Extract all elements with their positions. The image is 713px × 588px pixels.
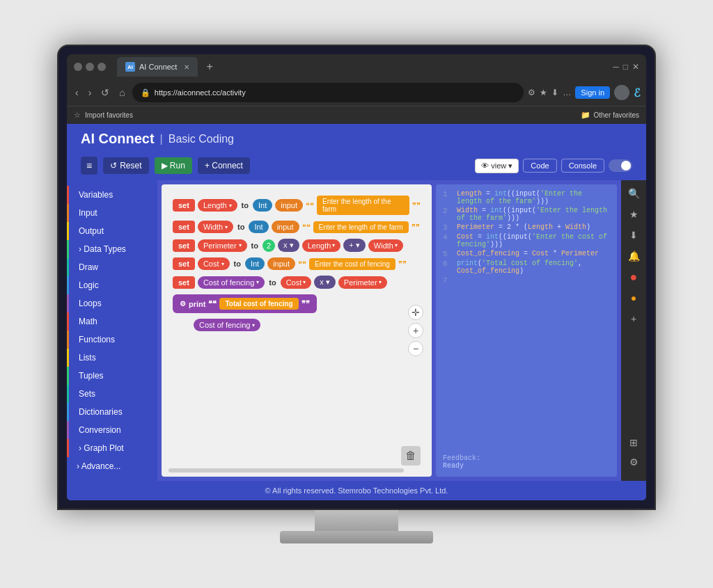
set-label-3: set xyxy=(173,239,195,252)
console-btn[interactable]: Console xyxy=(561,159,604,173)
sign-in-btn[interactable]: Sign in xyxy=(575,86,610,99)
win-maximize[interactable] xyxy=(86,63,94,71)
string-cost: Enter the cost of fencing xyxy=(309,258,395,270)
input-4[interactable]: input xyxy=(267,257,295,270)
sidebar-item-advance[interactable]: › Advance... xyxy=(67,457,157,475)
tab-close-btn[interactable]: ✕ xyxy=(184,63,189,71)
to-3: to xyxy=(250,240,260,251)
hamburger-btn[interactable]: ≡ xyxy=(81,157,97,175)
title-separator: | xyxy=(160,133,163,145)
print-string: Total cost of fencing xyxy=(219,298,298,310)
length-ref[interactable]: Length ▾ xyxy=(302,239,341,252)
var-perimeter[interactable]: Perimeter ▾ xyxy=(198,239,247,252)
right-icon-1[interactable]: 🔍 xyxy=(626,186,641,201)
block-row-3: set Perimeter ▾ to 2 x ▾ Length ▾ + ▾ Wi… xyxy=(173,239,421,252)
right-icon-4[interactable]: 🔔 xyxy=(626,248,641,264)
sidebar-item-draw[interactable]: Draw xyxy=(67,258,157,276)
scrollbar-thumb[interactable] xyxy=(169,468,404,472)
move-btn[interactable]: ✛ xyxy=(408,305,423,320)
extensions-icon[interactable]: ⚙ xyxy=(528,88,535,97)
var-length[interactable]: Length ▾ xyxy=(198,199,237,212)
sidebar-item-conversion[interactable]: Conversion xyxy=(67,421,157,439)
input-2[interactable]: input xyxy=(272,221,299,233)
right-icon-5[interactable]: ● xyxy=(626,269,641,285)
minimize-icon[interactable]: ─ xyxy=(613,62,619,72)
quote-print-open: ❝❝ xyxy=(208,299,217,308)
monitor-screen: AI AI Connect ✕ + ─ □ ✕ ‹ › xyxy=(57,45,656,510)
win-minimize[interactable] xyxy=(74,63,82,71)
right-sidebar: 🔍 ★ ⬇ 🔔 ● ● + ⊞ ⚙ xyxy=(621,180,646,481)
window-controls xyxy=(74,63,106,71)
connect-btn[interactable]: + Connect xyxy=(198,157,250,174)
var-width[interactable]: Width ▾ xyxy=(198,221,233,233)
right-icon-grid[interactable]: ⊞ xyxy=(626,435,641,450)
var-cost-fencing[interactable]: Cost of fencing ▾ xyxy=(198,276,265,289)
restore-icon[interactable]: □ xyxy=(623,62,628,72)
sidebar-item-math[interactable]: Math xyxy=(67,312,157,331)
app-container: AI Connect | Basic Coding ≡ ↺ Reset ▶ Ru… xyxy=(67,124,646,500)
code-line-1: 1 Length = int((input('Enter the length … xyxy=(443,190,610,205)
canvas-controls: ✛ + − xyxy=(408,305,423,356)
sidebar-item-lists[interactable]: Lists xyxy=(67,349,157,367)
favorites-icon[interactable]: ★ xyxy=(540,88,547,97)
perimeter-ref[interactable]: Perimeter ▾ xyxy=(338,276,387,289)
sidebar-item-dicts[interactable]: Dictionaries xyxy=(67,403,157,421)
set-label-4: set xyxy=(173,257,195,270)
tab-title: AI Connect xyxy=(139,63,177,71)
sidebar-item-output[interactable]: Output xyxy=(67,222,157,240)
favorites-folder-icon: 📁 xyxy=(581,111,590,120)
run-btn[interactable]: ▶ Run xyxy=(155,157,192,174)
int-1: Int xyxy=(253,199,272,212)
sidebar-item-tuples[interactable]: Tuples xyxy=(67,367,157,385)
right-icon-7[interactable]: + xyxy=(626,311,641,326)
sidebar-item-datatypes[interactable]: › Data Types xyxy=(67,240,157,258)
view-btn[interactable]: 👁 view ▾ xyxy=(475,159,519,173)
main-area: Variables Input Output › Data Types Draw… xyxy=(67,180,646,481)
sidebar-item-functions[interactable]: Functions xyxy=(67,331,157,349)
home-btn[interactable]: ⌂ xyxy=(116,86,127,100)
win-close[interactable] xyxy=(97,63,106,71)
sidebar-item-loops[interactable]: Loops xyxy=(67,294,157,312)
more-icon[interactable]: … xyxy=(563,88,571,97)
other-favorites[interactable]: Other favorites xyxy=(593,111,639,119)
right-icon-3[interactable]: ⬇ xyxy=(626,228,641,243)
zoom-in-btn[interactable]: + xyxy=(408,323,423,338)
quote-open-2: ❝❝ xyxy=(302,223,311,232)
trash-btn[interactable]: 🗑 xyxy=(401,446,421,466)
address-bar[interactable]: 🔒 https://aiconnect.cc/activity xyxy=(132,83,524,102)
forward-btn[interactable]: › xyxy=(86,86,95,100)
right-icon-settings[interactable]: ⚙ xyxy=(626,454,641,470)
zoom-out-btn[interactable]: − xyxy=(408,341,423,356)
code-line-7: 7 xyxy=(443,276,610,285)
sidebar-item-input[interactable]: Input xyxy=(67,204,157,222)
input-1[interactable]: input xyxy=(275,199,303,212)
var-cost[interactable]: Cost ▾ xyxy=(198,257,230,270)
browser-tab[interactable]: AI AI Connect ✕ xyxy=(117,57,198,77)
refresh-btn[interactable]: ↺ xyxy=(98,86,112,100)
new-tab-btn[interactable]: + xyxy=(206,61,212,73)
import-favorites[interactable]: Import favorites xyxy=(85,111,133,119)
browser-toolbar: ‹ › ↺ ⌂ 🔒 https://aiconnect.cc/activity … xyxy=(67,79,646,106)
cost-fencing-var[interactable]: Cost of fencing ▾ xyxy=(194,319,260,331)
print-block[interactable]: ⚙ print ❝❝ Total cost of fencing ❞❞ xyxy=(173,294,317,313)
back-btn[interactable]: ‹ xyxy=(72,86,81,100)
sidebar-item-sets[interactable]: Sets xyxy=(67,385,157,403)
browser: AI AI Connect ✕ + ─ □ ✕ ‹ › xyxy=(67,54,646,500)
block-row-1: set Length ▾ to Int input ❝❝ Enter the l… xyxy=(173,196,421,215)
block-row-2: set Width ▾ to Int input ❝❝ Enter the le… xyxy=(173,221,421,233)
right-icon-2[interactable]: ★ xyxy=(626,207,641,222)
width-ref[interactable]: Width ▾ xyxy=(368,239,403,252)
sidebar-item-graphplot[interactable]: › Graph Plot xyxy=(67,439,157,457)
profile-avatar[interactable] xyxy=(614,85,629,100)
footer-text: © All rights reserved. Stemrobo Technolo… xyxy=(265,486,448,495)
cost-ref[interactable]: Cost ▾ xyxy=(281,276,312,289)
reset-btn[interactable]: ↺ Reset xyxy=(103,157,148,174)
sidebar-item-logic[interactable]: Logic xyxy=(67,276,157,294)
code-btn[interactable]: Code xyxy=(523,159,556,173)
download-icon[interactable]: ⬇ xyxy=(551,88,558,97)
close-icon[interactable]: ✕ xyxy=(632,62,639,72)
toggle-switch[interactable] xyxy=(609,159,632,172)
sidebar-item-variables[interactable]: Variables xyxy=(67,186,157,204)
right-icon-6[interactable]: ● xyxy=(626,290,641,305)
set-label-5: set xyxy=(173,276,195,289)
